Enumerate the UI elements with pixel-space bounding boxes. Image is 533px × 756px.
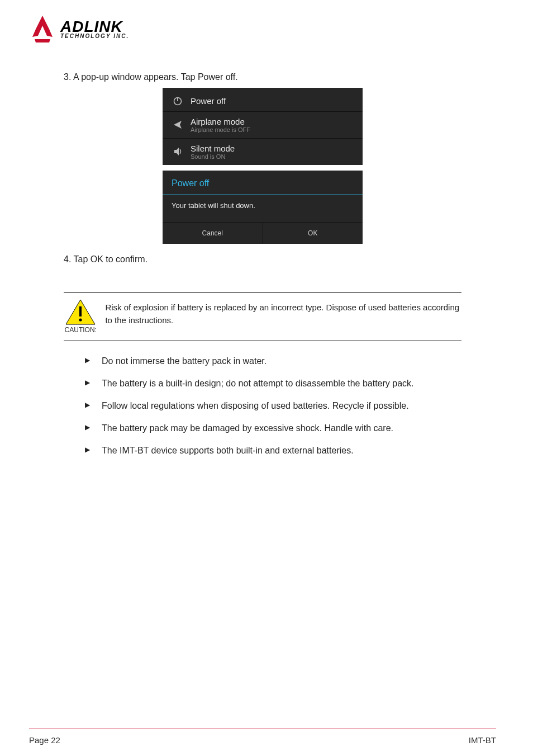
caution-text: Risk of explosion if battery is replaced… <box>105 299 461 334</box>
list-item: ▶Do not immerse the battery pack in wate… <box>85 355 461 368</box>
dialog-title: Power off <box>163 171 363 192</box>
svg-point-7 <box>79 318 82 321</box>
dialog-message: Your tablet will shut down. <box>163 195 363 222</box>
menu-item-airplane[interactable]: Airplane mode Airplane mode is OFF <box>163 112 363 139</box>
bullet-icon: ▶ <box>85 355 95 368</box>
svg-marker-1 <box>35 39 50 42</box>
page-number: Page 22 <box>29 735 60 745</box>
guidance-list: ▶Do not immerse the battery pack in wate… <box>85 355 461 457</box>
cancel-button[interactable]: Cancel <box>163 223 263 244</box>
logo-subtext: TECHNOLOGY INC. <box>60 34 129 39</box>
menu-item-subtext: Sound is ON <box>191 153 235 160</box>
doc-title: IMT-BT <box>469 735 496 745</box>
airplane-icon <box>170 120 185 130</box>
footer: Page 22 IMT-BT <box>29 735 496 745</box>
list-item: ▶The battery pack may be damaged by exce… <box>85 422 461 435</box>
svg-marker-4 <box>174 148 179 155</box>
step-4-text: 4. Tap OK to confirm. <box>64 253 485 267</box>
svg-rect-6 <box>79 306 82 316</box>
caution-label: CAUTION: <box>65 326 97 334</box>
menu-item-power-off[interactable]: Power off <box>163 91 363 112</box>
header-logo: ADLINK TECHNOLOGY INC. <box>29 15 496 44</box>
menu-item-label: Airplane mode <box>191 117 250 126</box>
ok-button[interactable]: OK <box>263 223 363 244</box>
list-item: ▶The IMT-BT device supports both built-i… <box>85 444 461 457</box>
menu-item-label: Silent mode <box>191 144 235 153</box>
power-menu-screenshot: Power off Airplane mode Airplane mode is… <box>163 88 363 244</box>
caution-block: CAUTION: Risk of explosion if battery is… <box>64 292 461 341</box>
svg-marker-0 <box>32 16 53 37</box>
logo-text: ADLINK <box>60 20 129 34</box>
step-3-text: 3. A pop-up window appears. Tap Power of… <box>64 70 485 84</box>
bullet-icon: ▶ <box>85 422 95 435</box>
bullet-icon: ▶ <box>85 444 95 457</box>
menu-item-subtext: Airplane mode is OFF <box>191 126 250 133</box>
bullet-icon: ▶ <box>85 399 95 413</box>
list-item: ▶The battery is a built-in design; do no… <box>85 377 461 390</box>
bullet-icon: ▶ <box>85 377 95 390</box>
sound-icon <box>170 147 185 157</box>
list-item: ▶Follow local regulations when disposing… <box>85 399 461 413</box>
footer-rule <box>29 729 496 729</box>
confirm-dialog: Power off Your tablet will shut down. Ca… <box>163 171 363 244</box>
power-icon <box>170 96 185 106</box>
warning-icon <box>65 299 96 325</box>
menu-item-label: Power off <box>191 96 226 106</box>
menu-item-silent[interactable]: Silent mode Sound is ON <box>163 139 363 165</box>
logo-mark <box>29 15 56 44</box>
